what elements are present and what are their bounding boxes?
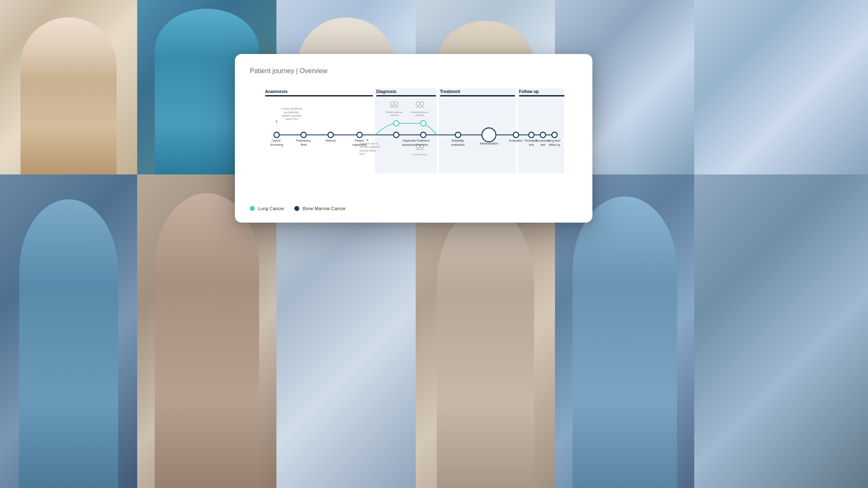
photo-top-6 <box>694 0 868 174</box>
node-diagnostic-blue <box>394 132 399 137</box>
node-longterm <box>552 132 557 137</box>
node-cancer-screening <box>274 132 279 137</box>
label-patient-reg: Patient registration <box>353 139 367 146</box>
node-occasional <box>540 132 546 137</box>
legend-bone-marrow: Bone Marrow Cancer <box>294 206 346 211</box>
legend-dot-blue <box>294 206 299 211</box>
node-administration <box>482 128 496 142</box>
svg-text:Multidisciplinary: Multidisciplinary <box>385 111 403 113</box>
node-treatment-recomm-teal <box>421 120 426 126</box>
anamnesis-label: Anamnesis <box>265 89 288 94</box>
diagnosis-bar <box>376 95 436 96</box>
legend-dot-teal <box>250 206 255 211</box>
node-preliminary-tests <box>301 132 306 137</box>
legend-bone-label: Bone Marrow Cancer <box>303 206 346 211</box>
title-sub: Overview <box>300 67 328 74</box>
label-longterm: Long term follow up <box>547 139 561 146</box>
card-title: Patient journey | Overview <box>250 67 577 75</box>
title-separator: | <box>296 67 300 74</box>
anamnesis-bar <box>265 95 373 96</box>
node-patient-registration <box>357 132 362 137</box>
svg-text:meeting: meeting <box>415 114 424 116</box>
legend-lung-cancer: Lung Cancer <box>250 206 284 211</box>
label-administration: Administration <box>480 142 498 145</box>
photo-bottom-6 <box>694 174 868 488</box>
treatment-label: Treatment <box>440 89 460 94</box>
journey-diagram: Anamnesis Diagnosis Treatment Follow up … <box>250 85 577 193</box>
photo-nurse <box>0 174 137 488</box>
node-referral <box>328 132 333 137</box>
arrow-early <box>276 120 278 123</box>
node-periodical <box>529 132 534 137</box>
label-referral: Referral <box>326 139 336 142</box>
label-preliminary-tests: Preliminary Tests <box>296 139 311 146</box>
svg-text:Unit meeting: Unit meeting <box>413 153 427 156</box>
legend: Lung Cancer Bone Marrow Cancer <box>250 201 577 211</box>
followup-bar <box>519 95 565 96</box>
patient-journey-card: Patient journey | Overview Anamnesis Dia… <box>235 54 592 223</box>
treatment-bar <box>440 95 515 96</box>
svg-text:Multidisciplinary: Multidisciplinary <box>411 111 429 113</box>
svg-text:meeting: meeting <box>390 114 399 116</box>
node-diagnostic-teal <box>394 120 399 126</box>
photo-elderly-woman <box>0 0 137 174</box>
legend-lung-label: Lung Cancer <box>258 206 284 211</box>
node-suitability <box>455 132 461 137</box>
followup-label: Follow up <box>519 89 539 94</box>
node-treatment-recomm-blue <box>421 132 426 137</box>
label-cancer-screening: Cancer Screening <box>270 139 283 146</box>
label-evaluation: Evaluation <box>509 139 523 142</box>
annotation-early: If early symptoms are detected, patient'… <box>281 107 303 120</box>
diagnosis-label: Diagnosis <box>376 89 397 94</box>
title-main: Patient journey <box>250 67 294 74</box>
diagnosis-bg <box>375 88 437 173</box>
followup-bg <box>518 88 564 173</box>
treatment-bg <box>439 88 516 173</box>
arrow-urgent <box>366 139 369 142</box>
node-evaluation <box>513 132 519 137</box>
